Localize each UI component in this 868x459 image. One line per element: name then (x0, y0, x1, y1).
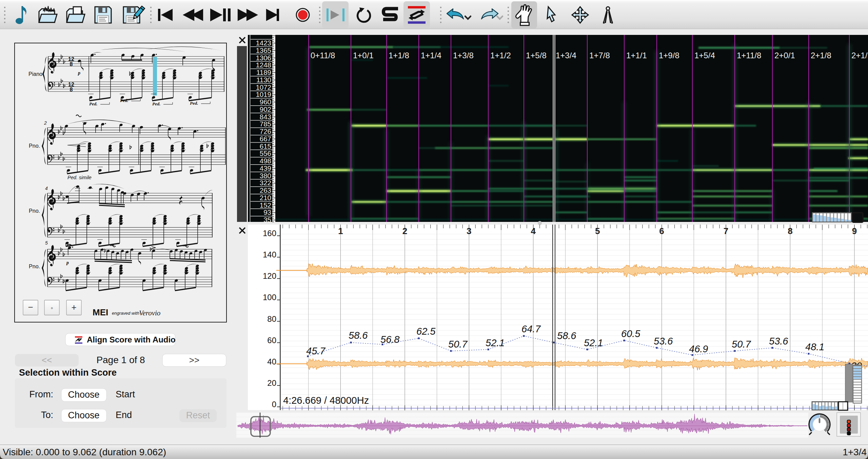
svg-text:Start: Start (116, 389, 135, 399)
svg-text:Selection within Score: Selection within Score (19, 368, 117, 378)
svg-text:Piano: Piano (28, 71, 42, 77)
svg-text:4: 4 (45, 186, 48, 191)
svg-text:56.8: 56.8 (380, 334, 399, 345)
svg-text:8: 8 (70, 87, 73, 92)
svg-text:1130: 1130 (256, 76, 271, 84)
svg-text:4:26.669 / 48000Hz: 4:26.669 / 48000Hz (283, 395, 369, 406)
svg-text:615: 615 (260, 142, 271, 150)
svg-text:52.1: 52.1 (584, 337, 603, 348)
svg-text:667: 667 (260, 135, 271, 143)
svg-text:p: p (78, 70, 80, 76)
svg-text:Page 1 of 8: Page 1 of 8 (96, 355, 145, 365)
svg-text:engraved with: engraved with (112, 311, 139, 316)
svg-text:1+1/1: 1+1/1 (626, 51, 647, 60)
svg-text:Ped.: Ped. (152, 101, 160, 106)
svg-text:152: 152 (260, 201, 271, 209)
svg-text:120: 120 (263, 271, 276, 280)
svg-text:53.6: 53.6 (769, 336, 788, 347)
svg-text:8: 8 (788, 226, 792, 236)
svg-text:6: 6 (659, 226, 664, 236)
svg-text:4: 4 (531, 226, 536, 236)
svg-text:498: 498 (260, 157, 271, 165)
svg-text:2+1/: 2+1/ (851, 51, 868, 60)
svg-text:1+1/2: 1+1/2 (490, 51, 511, 60)
svg-text:Choose: Choose (68, 390, 99, 400)
svg-text:>>: >> (189, 355, 199, 365)
svg-text:322: 322 (260, 179, 271, 187)
svg-text:960: 960 (260, 98, 271, 106)
svg-text:Pno.: Pno. (29, 208, 40, 214)
svg-text:62.5: 62.5 (416, 326, 436, 337)
svg-text:3: 3 (467, 226, 471, 236)
svg-text:64.7: 64.7 (521, 324, 541, 334)
svg-text:439: 439 (260, 164, 271, 172)
svg-text:1+3/8: 1+3/8 (453, 51, 474, 60)
svg-text:0+11/8: 0+11/8 (311, 51, 335, 60)
svg-text:2+0/1: 2+0/1 (774, 51, 795, 60)
svg-text:Ped.: Ped. (190, 101, 198, 106)
svg-text:Choose: Choose (68, 410, 99, 420)
svg-text:843: 843 (260, 113, 271, 121)
svg-text:End: End (116, 410, 132, 420)
svg-text:<<: << (42, 355, 52, 365)
svg-text:Pno.: Pno. (29, 264, 40, 269)
svg-text:Verovio: Verovio (139, 309, 160, 317)
svg-text:1+5/4: 1+5/4 (694, 51, 715, 60)
svg-text:60.5: 60.5 (621, 328, 640, 339)
svg-text:40: 40 (267, 357, 276, 366)
svg-text:1+1/8: 1+1/8 (389, 51, 409, 60)
svg-text:7: 7 (724, 226, 728, 236)
svg-text:58.6: 58.6 (557, 330, 576, 341)
svg-text:1: 1 (338, 226, 343, 236)
svg-text:52.1: 52.1 (486, 337, 505, 348)
svg-text:1+5/8: 1+5/8 (526, 51, 547, 60)
svg-text:5: 5 (595, 226, 600, 236)
svg-text:5: 5 (45, 240, 48, 246)
svg-text:1+9/8: 1+9/8 (659, 51, 679, 60)
svg-text:210: 210 (260, 194, 271, 202)
svg-text:MEI: MEI (93, 307, 108, 317)
svg-text:Align Score with Audio: Align Score with Audio (87, 335, 176, 344)
svg-text:Reset: Reset (186, 410, 210, 420)
svg-text:35: 35 (263, 216, 271, 224)
svg-text:20: 20 (267, 378, 276, 388)
svg-text:2: 2 (402, 226, 407, 236)
svg-text:53.6: 53.6 (654, 336, 673, 347)
svg-text:48.1: 48.1 (805, 341, 824, 352)
svg-text:1+3/4: 1+3/4 (556, 51, 576, 60)
svg-text:726: 726 (260, 127, 271, 135)
svg-text:◦: ◦ (51, 304, 53, 312)
svg-text:1+0/1: 1+0/1 (353, 51, 374, 60)
svg-text:45.7: 45.7 (306, 346, 326, 356)
svg-text:1423: 1423 (256, 39, 271, 47)
svg-text:140: 140 (263, 250, 276, 259)
svg-text:Ped.: Ped. (89, 101, 97, 106)
svg-text:1306: 1306 (256, 54, 271, 62)
svg-text:Visible: 0.000 to 9.062 (durat: Visible: 0.000 to 9.062 (duration 9.062) (3, 447, 166, 457)
svg-text:46.9: 46.9 (689, 343, 708, 354)
svg-text:8: 8 (70, 61, 73, 67)
svg-text:1019: 1019 (256, 90, 271, 98)
svg-text:100: 100 (263, 293, 276, 302)
svg-text:1+1/4: 1+1/4 (421, 51, 441, 60)
svg-text:2: 2 (44, 120, 47, 126)
svg-text:0: 0 (272, 400, 276, 409)
svg-text:Pno.: Pno. (29, 143, 40, 149)
svg-text:1+11/8: 1+11/8 (737, 51, 761, 60)
svg-text:58.6: 58.6 (349, 330, 368, 341)
svg-text:+: + (71, 302, 76, 312)
svg-text:2+1/8: 2+1/8 (811, 51, 831, 60)
svg-text:1+3/4: 1+3/4 (843, 447, 867, 457)
svg-text:380: 380 (260, 172, 271, 180)
svg-text:1189: 1189 (256, 68, 271, 76)
svg-text:263: 263 (260, 186, 271, 194)
svg-text:From:: From: (29, 389, 54, 399)
svg-text:Ped.: Ped. (120, 98, 128, 103)
svg-text:p: p (66, 260, 69, 265)
svg-text:785: 785 (260, 120, 271, 128)
svg-text:556: 556 (260, 149, 271, 157)
svg-text:1+7/8: 1+7/8 (589, 51, 610, 60)
svg-text:1072: 1072 (256, 83, 271, 91)
svg-text:160: 160 (263, 229, 276, 238)
svg-text:1248: 1248 (256, 61, 271, 69)
